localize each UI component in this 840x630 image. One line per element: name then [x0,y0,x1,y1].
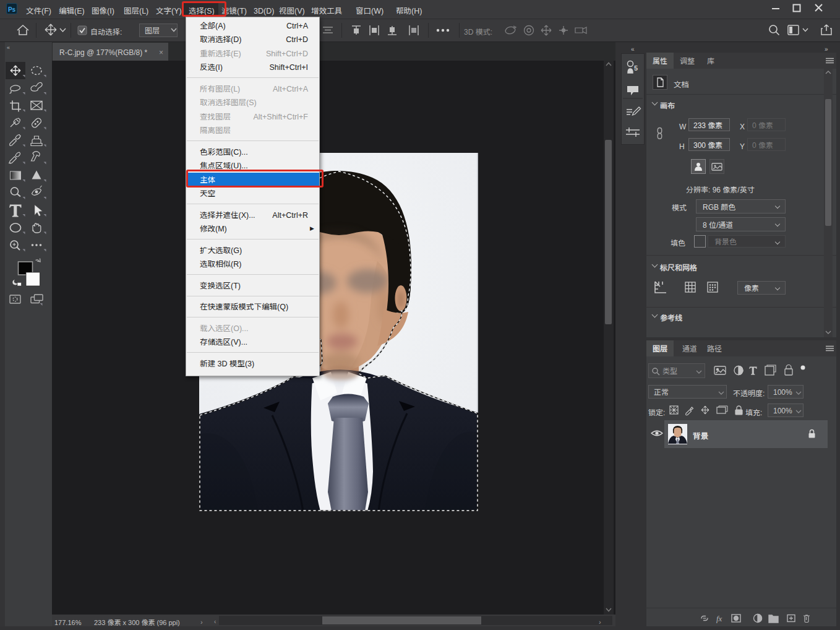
svg-text:fx: fx [716,614,722,623]
svg-text:«: « [7,43,11,51]
svg-text:5: 5 [634,63,638,72]
